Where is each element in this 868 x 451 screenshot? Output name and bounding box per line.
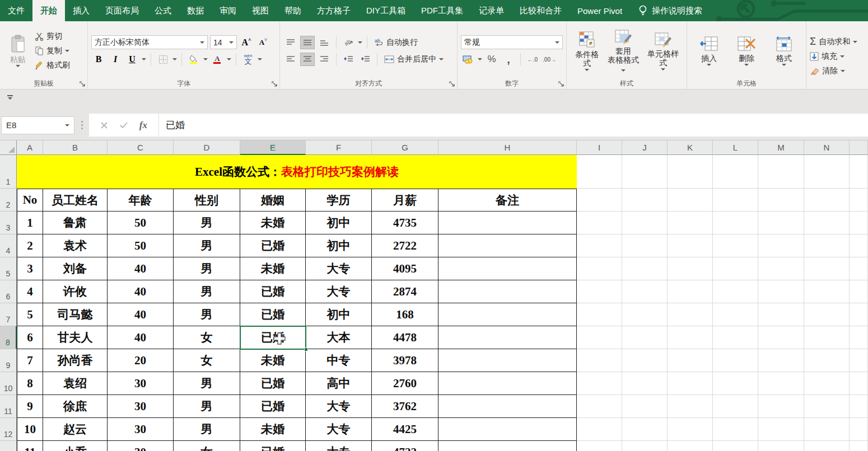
phonetic-guide-button[interactable]: wén 文: [241, 53, 255, 66]
grid-cell[interactable]: [577, 280, 622, 303]
number-format-combo[interactable]: 常规: [461, 35, 563, 49]
cell[interactable]: 168: [372, 303, 438, 326]
cell[interactable]: 未婚: [240, 349, 306, 372]
column-header[interactable]: B: [43, 140, 108, 155]
merge-center-button[interactable]: 合并后居中: [382, 53, 446, 65]
row-header[interactable]: 5: [0, 257, 17, 280]
cell[interactable]: 已婚: [240, 303, 306, 326]
cell[interactable]: [438, 257, 577, 280]
copy-button[interactable]: 复制: [32, 45, 72, 57]
align-right-button[interactable]: [317, 53, 332, 66]
cell[interactable]: 50: [108, 234, 174, 257]
cell[interactable]: [438, 395, 577, 418]
grid-cell[interactable]: [850, 395, 868, 418]
accounting-format-button[interactable]: [461, 53, 475, 66]
grid-cell[interactable]: [577, 395, 622, 418]
grid-cell[interactable]: [713, 280, 758, 303]
cell[interactable]: 20: [108, 349, 174, 372]
grid-cell[interactable]: [622, 303, 668, 326]
ribbon-tab[interactable]: 记录单: [471, 0, 512, 21]
grid-cell[interactable]: [622, 234, 668, 257]
align-top-button[interactable]: [283, 36, 298, 49]
grid-cell[interactable]: [577, 257, 622, 280]
cell[interactable]: 已婚: [240, 372, 306, 395]
format-cells-button[interactable]: 格式: [771, 35, 797, 67]
column-header[interactable]: C: [108, 140, 174, 155]
cell[interactable]: 4425: [372, 418, 438, 441]
grid-cell[interactable]: [713, 155, 758, 189]
grid-cell[interactable]: [804, 372, 850, 395]
decrease-indent-button[interactable]: [341, 53, 356, 66]
row-header[interactable]: 4: [0, 234, 17, 257]
grid-cell[interactable]: [622, 212, 668, 234]
cell[interactable]: 袁绍: [43, 372, 108, 395]
increase-indent-button[interactable]: [358, 53, 372, 66]
ribbon-tab[interactable]: 插入: [65, 0, 97, 21]
grid-cell[interactable]: [668, 326, 713, 349]
grid-cell[interactable]: [668, 303, 713, 326]
percent-style-button[interactable]: %: [484, 53, 499, 66]
grid-cell[interactable]: [850, 155, 868, 189]
grid-cell[interactable]: [804, 257, 850, 280]
cell[interactable]: 司马懿: [43, 303, 108, 326]
dialog-launcher-icon[interactable]: [558, 81, 564, 87]
cell[interactable]: 30: [108, 418, 174, 441]
cell[interactable]: 男: [174, 372, 240, 395]
table-header-cell[interactable]: 年龄: [108, 189, 174, 212]
ribbon-tab[interactable]: 视图: [244, 0, 277, 21]
cell[interactable]: 许攸: [43, 280, 108, 303]
row-header[interactable]: 10: [0, 372, 17, 395]
grid-cell[interactable]: [668, 395, 713, 418]
cell[interactable]: 3762: [372, 395, 438, 418]
grid-cell[interactable]: [850, 349, 868, 372]
cell[interactable]: [438, 303, 577, 326]
cell[interactable]: 中专: [306, 349, 372, 372]
column-header[interactable]: A: [17, 140, 43, 155]
row-header[interactable]: 13: [0, 441, 17, 451]
row-header[interactable]: 6: [0, 280, 17, 303]
cell[interactable]: 30: [108, 372, 174, 395]
table-header-cell[interactable]: 员工姓名: [43, 189, 108, 212]
cell[interactable]: 11: [17, 441, 43, 451]
delete-cells-button[interactable]: 删除: [734, 35, 759, 67]
ribbon-tab[interactable]: PDF工具集: [413, 0, 471, 21]
cell[interactable]: 9: [17, 395, 43, 418]
grid-cell[interactable]: [668, 189, 713, 212]
grid-cell[interactable]: [713, 372, 758, 395]
cell[interactable]: 已婚: [240, 280, 306, 303]
cell[interactable]: 2874: [372, 280, 438, 303]
row-header[interactable]: 3: [0, 212, 17, 234]
font-color-button[interactable]: A: [210, 53, 225, 66]
grid-cell[interactable]: [713, 189, 758, 212]
cell[interactable]: 男: [174, 303, 240, 326]
ribbon-tab[interactable]: 文件: [0, 0, 32, 21]
ribbon-tab[interactable]: 开始: [32, 0, 65, 21]
name-box[interactable]: E8: [1, 116, 74, 134]
grid-cell[interactable]: [668, 280, 713, 303]
grid-cell[interactable]: [804, 326, 850, 349]
cell[interactable]: 男: [174, 234, 240, 257]
font-size-combo[interactable]: 14: [210, 35, 237, 49]
grid-cell[interactable]: [850, 326, 868, 349]
ribbon-tab[interactable]: DIY工具箱: [358, 0, 413, 21]
grid-cell[interactable]: [758, 441, 804, 451]
toolbar-options-icon[interactable]: [7, 95, 13, 100]
grid-cell[interactable]: [804, 155, 850, 189]
bold-button[interactable]: B: [91, 53, 106, 66]
align-left-button[interactable]: [283, 53, 298, 66]
formula-input[interactable]: 已婚: [159, 114, 868, 137]
cell[interactable]: [438, 349, 577, 372]
cell[interactable]: 袁术: [43, 234, 108, 257]
cell[interactable]: 40: [108, 257, 174, 280]
cell[interactable]: 女: [174, 326, 240, 349]
cell[interactable]: 初中: [306, 212, 372, 234]
cell[interactable]: 2760: [372, 372, 438, 395]
orientation-button[interactable]: ab: [341, 36, 356, 49]
row-header[interactable]: 7: [0, 303, 17, 326]
paste-button[interactable]: 粘贴: [3, 34, 32, 68]
grid-cell[interactable]: [577, 326, 622, 349]
grid-cell[interactable]: [804, 418, 850, 441]
grid-cell[interactable]: [804, 280, 850, 303]
grid-cell[interactable]: [850, 441, 868, 451]
grid-cell[interactable]: [577, 155, 622, 189]
